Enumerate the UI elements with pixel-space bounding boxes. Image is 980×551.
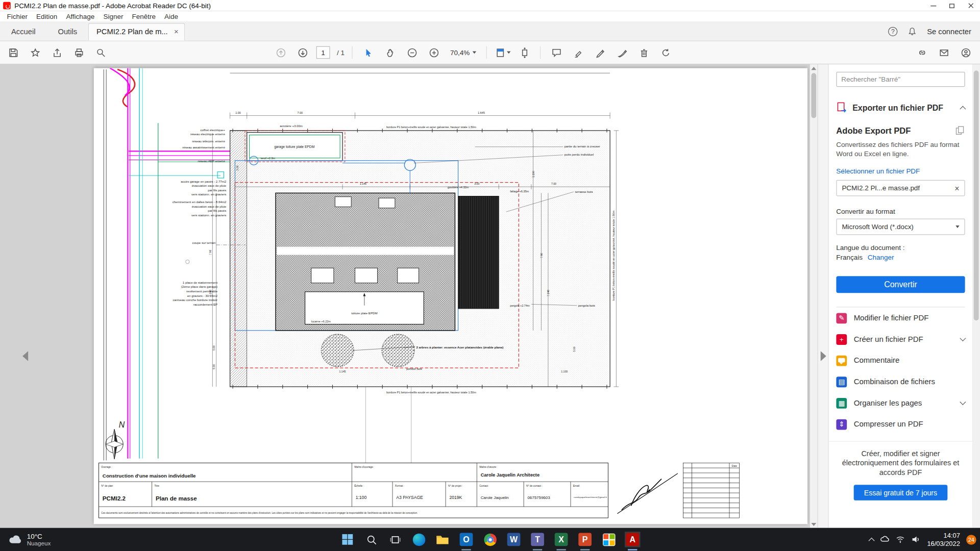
clock-date: 16/03/2022 [927,539,960,547]
taskbar-clock[interactable]: 14:07 16/03/2022 [927,532,960,547]
collapse-panel-arrow[interactable] [821,351,826,361]
close-button[interactable] [961,0,980,11]
clock-time: 14:07 [927,532,960,539]
zoom-level-dropdown[interactable]: 70,4% [448,49,479,57]
export-pdf-section-header[interactable]: Exporter un fichier PDF [836,102,965,113]
teams-icon[interactable]: T [530,532,546,547]
save-button[interactable] [5,44,21,61]
svg-text:5.00: 5.00 [212,345,215,350]
edge-icon[interactable] [411,532,427,547]
rotate-tool-button[interactable] [658,44,674,61]
scrolling-mode-button[interactable] [517,44,533,61]
find-button[interactable] [92,44,109,61]
panel-search-input[interactable] [836,72,965,87]
next-page-button[interactable] [295,44,311,61]
maximize-button[interactable] [943,0,962,11]
document-scrollbar[interactable] [810,64,818,528]
print-button[interactable] [70,44,87,61]
chrome-icon[interactable] [482,532,498,547]
title-bar[interactable]: PCMI2.2 Plan de masse.pdf - Adobe Acroba… [0,0,980,11]
svg-text:réseau AEP enterré: réseau AEP enterré [198,159,226,163]
svg-text:pergola +2.74m: pergola +2.74m [510,304,530,307]
copy-files-icon[interactable] [955,126,965,136]
profile-button[interactable] [958,44,974,61]
previous-page-button[interactable] [273,44,289,61]
pdf-page-canvas[interactable]: coffret électrique+ réseau électrique en… [94,68,807,524]
previous-view-arrow[interactable] [22,351,28,361]
page-number-input[interactable] [316,46,330,59]
format-select[interactable]: Microsoft Word (*.docx) [836,219,965,235]
outlook-logo: O [460,533,473,546]
notification-badge[interactable]: 24 [966,535,976,545]
tab-document[interactable]: PCMI2.2 Plan de m... × [88,23,185,40]
favorite-button[interactable] [27,44,43,61]
select-tool-button[interactable] [360,44,377,61]
weather-widget[interactable]: 10°C Nuageux [0,528,59,551]
bell-icon[interactable] [908,27,917,36]
wifi-icon[interactable] [896,535,905,544]
menu-signer[interactable]: Signer [99,12,128,20]
tool-create-pdf[interactable]: + Créer un fichier PDF [836,329,965,350]
chevron-up-icon[interactable] [960,106,966,112]
outlook-icon[interactable]: O [458,532,474,547]
svg-text:caniveau conche bordure trotto: caniveau conche bordure trottoir [173,298,217,302]
share-button[interactable] [49,44,65,61]
menu-fenetre[interactable]: Fenêtre [128,12,160,20]
volume-icon[interactable] [912,535,921,544]
excel-icon[interactable]: X [553,532,569,547]
weather-description: Nuageux [27,540,51,546]
caret-down-icon [473,51,476,54]
task-view-button[interactable] [387,532,403,547]
menu-affichage[interactable]: Affichage [62,12,99,20]
page-view-button[interactable] [495,44,511,61]
menu-aide[interactable]: Aide [160,12,183,20]
tool-combine-files[interactable]: ▤ Combinaison de fichiers [836,371,965,392]
menu-edition[interactable]: Edition [32,12,61,20]
menu-fichier[interactable]: Fichier [3,12,32,20]
sign-tool-button[interactable] [592,44,608,61]
start-button[interactable] [340,532,356,547]
sign-in-button[interactable]: Se connecter [927,27,971,36]
selected-file-chip[interactable]: PCMI2.2 Pl...e masse.pdf × [836,180,965,196]
panel-scrollbar[interactable] [972,64,980,528]
comment-tool-button[interactable] [548,44,565,61]
powerpoint-icon[interactable]: P [577,532,593,547]
email-button[interactable] [936,44,952,61]
panel-scrollbar-thumb[interactable] [974,70,979,320]
select-pdf-link[interactable]: Sélectionner un fichier PDF [836,167,965,175]
fill-sign-tool-button[interactable] [614,44,630,61]
scroll-down-arrow-icon[interactable] [811,523,816,526]
excel-logo: X [555,533,568,546]
acrobat-taskbar-icon[interactable]: A [625,532,641,547]
language-change-link[interactable]: Changer [868,254,894,261]
minimize-button[interactable] [924,0,943,11]
tool-comment[interactable]: Commentaire [836,350,965,371]
hidden-icons-chevron[interactable] [869,537,875,543]
tab-close-icon[interactable]: × [174,28,179,36]
onedrive-icon[interactable] [880,535,890,544]
highlighter-icon [573,47,584,58]
file-explorer-icon[interactable] [435,532,451,547]
remove-file-icon[interactable]: × [954,183,959,192]
tool-edit-pdf[interactable]: ✎ Modifier le fichier PDF [836,307,965,329]
microsoft-store-icon[interactable] [601,532,617,547]
document-scrollbar-thumb[interactable] [811,73,816,118]
highlight-tool-button[interactable] [570,44,586,61]
scroll-up-arrow-icon[interactable] [811,66,816,69]
zoom-in-button[interactable] [426,44,442,61]
convert-button[interactable]: Convertir [836,276,965,293]
delete-tool-button[interactable] [636,44,652,61]
tab-outils[interactable]: Outils [46,23,88,40]
taskbar-search-button[interactable] [363,532,379,547]
tool-compress-pdf[interactable]: ⇕ Compresser un PDF [836,414,965,435]
word-icon[interactable]: W [506,532,522,547]
word-logo: W [507,533,521,546]
free-trial-button[interactable]: Essai gratuit de 7 jours [854,485,948,500]
help-icon[interactable]: ? [888,27,897,36]
tool-organize-pages[interactable]: ▦ Organiser les pages [836,392,965,414]
hand-tool-button[interactable] [382,44,398,61]
zoom-out-button[interactable] [404,44,420,61]
link-share-button[interactable] [914,44,930,61]
document-viewer[interactable]: coffret électrique+ réseau électrique en… [0,64,810,528]
tab-accueil[interactable]: Accueil [0,23,46,40]
